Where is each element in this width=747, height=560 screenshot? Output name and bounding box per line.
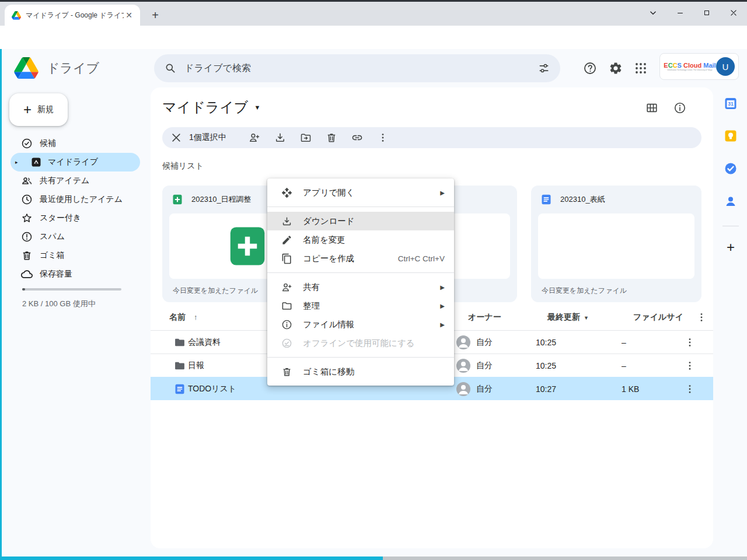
capture-progress-bar xyxy=(0,556,383,560)
menu-item-open-with[interactable]: アプリで開く ▶ xyxy=(267,183,454,202)
sidebar-item-my-drive[interactable]: ▸ マイドライブ xyxy=(11,153,140,172)
row-menu-icon[interactable] xyxy=(684,360,696,372)
sidebar-item-recent[interactable]: 最近使用したアイテム xyxy=(0,190,146,209)
title-dropdown-icon: ▼ xyxy=(254,104,260,111)
browser-toolbar: drive.google.com/drive/my-drive U xyxy=(0,26,747,49)
download-icon xyxy=(281,216,292,227)
sidebar-item-suggested[interactable]: 候補 xyxy=(0,134,146,153)
sidebar-item-starred[interactable]: スター付き xyxy=(0,209,146,228)
column-modified[interactable]: 最終更新▼ xyxy=(547,312,589,323)
docs-file-icon xyxy=(174,383,186,395)
side-panel-divider xyxy=(722,226,739,226)
open-with-icon xyxy=(281,187,292,198)
row-menu-icon[interactable] xyxy=(684,383,696,395)
drive-logo xyxy=(14,57,39,79)
clock-icon xyxy=(21,194,33,205)
search-input[interactable]: ドライブで検索 xyxy=(154,54,560,82)
file-info-icon xyxy=(281,319,292,330)
account-avatar[interactable]: U xyxy=(716,57,735,76)
trash-selection-icon[interactable] xyxy=(326,132,337,144)
row-menu-icon[interactable] xyxy=(684,337,696,348)
share-person-add-icon xyxy=(281,282,292,293)
more-actions-icon[interactable] xyxy=(377,132,389,144)
sidebar-item-spam[interactable]: スパム xyxy=(0,228,146,246)
page-title[interactable]: マイドライブ ▼ xyxy=(162,98,260,117)
calendar-icon[interactable] xyxy=(724,96,738,110)
check-circle-icon xyxy=(21,138,33,149)
my-drive-icon xyxy=(30,156,42,168)
app-name: ドライブ xyxy=(47,60,99,77)
drive-app: ドライブ ドライブで検索 ECCS Cloud Mail Information… xyxy=(0,49,747,560)
menu-item-rename[interactable]: 名前を変更 xyxy=(267,230,454,249)
get-addons-icon[interactable]: + xyxy=(724,239,738,256)
trash-icon xyxy=(281,366,292,377)
download-selection-icon[interactable] xyxy=(274,132,286,144)
menu-divider xyxy=(267,206,454,207)
menu-divider xyxy=(267,357,454,358)
menu-divider xyxy=(267,272,454,273)
keep-icon[interactable] xyxy=(724,129,738,143)
suggested-section-label: 候補リスト xyxy=(162,161,204,172)
expand-caret-icon[interactable]: ▸ xyxy=(15,159,18,165)
menu-item-download[interactable]: ダウンロード xyxy=(267,212,454,230)
docs-file-icon xyxy=(540,194,552,205)
owner-cell: 自分 xyxy=(456,335,493,349)
offline-pin-icon xyxy=(281,338,292,349)
owner-cell: 自分 xyxy=(456,359,493,373)
sheets-thumbnail-icon xyxy=(225,223,270,269)
close-window-button[interactable] xyxy=(720,4,747,22)
folder-icon xyxy=(174,337,186,348)
share-selection-icon[interactable] xyxy=(249,132,260,144)
menu-item-share[interactable]: 共有 ▶ xyxy=(267,278,454,296)
owner-avatar xyxy=(456,335,470,349)
settings-gear-icon[interactable] xyxy=(609,61,623,75)
spam-icon xyxy=(21,231,33,243)
new-button[interactable]: + 新規 xyxy=(9,93,68,126)
suggested-card-3[interactable]: 202310_表紙 今日変更を加えたファイル xyxy=(531,186,701,302)
new-tab-button[interactable]: + xyxy=(148,9,162,23)
sidebar-item-shared[interactable]: 共有アイテム xyxy=(0,172,146,190)
sidebar-item-storage[interactable]: 保存容量 xyxy=(0,265,146,284)
tasks-icon[interactable] xyxy=(724,162,738,176)
details-info-icon[interactable] xyxy=(673,102,686,114)
menu-item-file-info[interactable]: ファイル情報 ▶ xyxy=(267,315,454,334)
selection-toolbar: 1個選択中 xyxy=(162,127,701,148)
column-owner[interactable]: オーナー xyxy=(468,312,501,323)
table-header-menu-icon[interactable] xyxy=(696,312,707,323)
maximize-button[interactable] xyxy=(693,4,720,22)
menu-item-organize[interactable]: 整理 ▶ xyxy=(267,296,454,315)
apps-grid-icon[interactable] xyxy=(634,61,648,75)
account-badge-title: ECCS Cloud Mail xyxy=(664,62,716,69)
move-selection-icon[interactable] xyxy=(300,132,312,144)
browser-tab[interactable]: マイドライブ - Google ドライブ ✕ xyxy=(5,5,140,26)
menu-item-move-to-trash[interactable]: ゴミ箱に移動 xyxy=(267,362,454,381)
column-size[interactable]: ファイルサイ xyxy=(633,312,683,323)
contacts-icon[interactable] xyxy=(724,194,738,208)
owner-avatar xyxy=(456,359,470,373)
tab-close-icon[interactable]: ✕ xyxy=(124,10,134,20)
capture-border-left xyxy=(0,49,2,556)
tab-search-icon[interactable] xyxy=(640,4,666,22)
drive-favicon xyxy=(12,11,21,20)
link-selection-icon[interactable] xyxy=(351,132,363,144)
menu-item-make-copy[interactable]: コピーを作成 Ctrl+C Ctrl+V xyxy=(267,249,454,268)
owner-cell: 自分 xyxy=(456,382,493,396)
search-options-icon[interactable] xyxy=(538,62,550,74)
tab-strip: マイドライブ - Google ドライブ ✕ + xyxy=(0,2,747,26)
trash-icon xyxy=(21,250,33,261)
star-icon xyxy=(21,212,33,224)
minimize-button[interactable] xyxy=(666,4,693,22)
column-name[interactable]: 名前↑ xyxy=(169,312,198,323)
clear-selection-icon[interactable] xyxy=(170,132,182,144)
sidebar-item-trash[interactable]: ゴミ箱 xyxy=(0,246,146,265)
organize-folder-icon xyxy=(281,300,292,312)
plus-icon: + xyxy=(23,102,32,118)
copy-icon xyxy=(281,253,292,264)
people-icon xyxy=(21,175,33,187)
account-badge[interactable]: ECCS Cloud Mail Information Technology C… xyxy=(659,53,739,80)
search-icon xyxy=(165,62,176,74)
grid-view-icon[interactable] xyxy=(645,102,658,114)
help-icon[interactable] xyxy=(583,61,597,75)
card-thumbnail xyxy=(538,214,694,279)
capture-progress-track xyxy=(383,556,747,560)
